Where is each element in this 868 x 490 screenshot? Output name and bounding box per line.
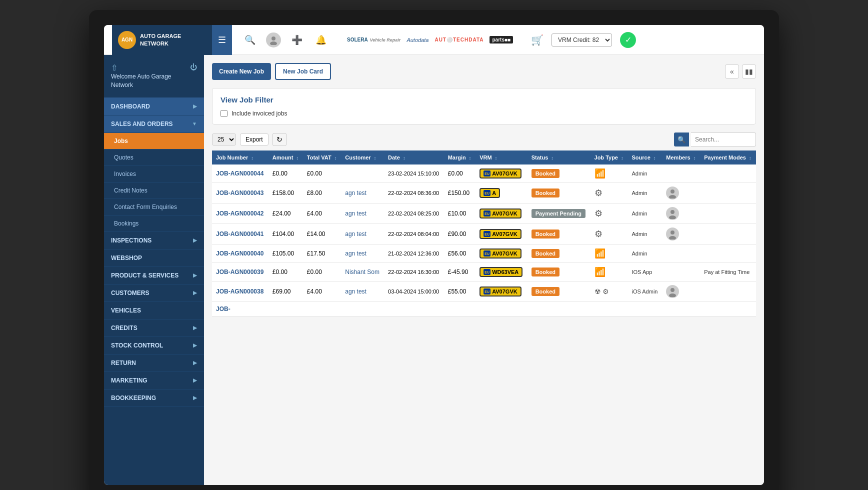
- power-icon[interactable]: ⏻: [190, 63, 197, 71]
- vrm-badge[interactable]: EUAV07GVK: [480, 168, 522, 178]
- cell-customer: [341, 302, 384, 316]
- cell-status: Payment Pending: [528, 204, 590, 224]
- sidebar-item-product-services[interactable]: PRODUCT & SERVICES ▶: [104, 267, 204, 284]
- customer-link[interactable]: agn test: [345, 210, 366, 217]
- vrm-badge[interactable]: EUWD63VEA: [480, 267, 522, 277]
- cell-job-type: ⚙: [590, 183, 628, 204]
- hamburger-menu[interactable]: ☰: [212, 25, 232, 55]
- vrm-badge[interactable]: EUAV07GVK: [480, 229, 522, 239]
- cell-amount: £24.00: [268, 204, 303, 224]
- cell-date: 22-02-2024 08:25:00: [384, 204, 444, 224]
- sidebar-item-credits[interactable]: CREDITS ▶: [104, 320, 204, 337]
- cell-payment-modes: [700, 302, 756, 316]
- cell-margin: £0.00: [444, 164, 476, 183]
- vrm-badge[interactable]: EUAV07GVK: [480, 286, 522, 296]
- job-number-link[interactable]: JOB-AGN000038: [216, 288, 264, 295]
- cell-members: [662, 224, 700, 244]
- search-icon-button[interactable]: 🔍: [242, 32, 258, 48]
- sidebar-item-customers[interactable]: CUSTOMERS ▶: [104, 284, 204, 302]
- chevron-return: ▶: [193, 360, 197, 366]
- up-arrow-icon[interactable]: ⇧: [111, 63, 172, 72]
- cell-status: Booked: [528, 263, 590, 282]
- svg-point-9: [669, 294, 676, 297]
- svg-point-1: [270, 42, 277, 45]
- cell-amount: [268, 302, 303, 316]
- sidebar-item-inspections[interactable]: INSPECTIONS ▶: [104, 232, 204, 250]
- vrm-flag-icon: EU: [484, 231, 490, 237]
- status-badge: Booked: [532, 268, 560, 276]
- vrm-badge[interactable]: EUAV07GVK: [480, 248, 522, 258]
- job-number-link[interactable]: JOB-AGN000043: [216, 190, 264, 196]
- member-avatar: [666, 186, 679, 200]
- cell-payment-modes: [700, 183, 756, 204]
- customer-link[interactable]: agn test: [345, 250, 366, 257]
- sidebar-sub-bookings[interactable]: Bookings: [104, 216, 204, 232]
- svg-point-2: [670, 190, 674, 194]
- job-number-link[interactable]: JOB-: [216, 306, 230, 312]
- job-number-link[interactable]: JOB-AGN000040: [216, 250, 264, 257]
- gear-icon: ⚙: [594, 188, 602, 198]
- sidebar-item-marketing[interactable]: MARKETING ▶: [104, 372, 204, 390]
- table-search-input[interactable]: [691, 132, 756, 146]
- cell-members: [662, 263, 700, 282]
- sidebar-item-return[interactable]: RETURN ▶: [104, 354, 204, 372]
- cell-date: 22-02-2024 08:36:00: [384, 183, 444, 204]
- vrm-badge[interactable]: EUA: [480, 188, 500, 198]
- new-job-card-button[interactable]: New Job Card: [275, 63, 331, 80]
- cell-status: Booked: [528, 183, 590, 204]
- job-number-link[interactable]: JOB-AGN000039: [216, 268, 264, 276]
- customer-link[interactable]: Nishant Som: [345, 268, 380, 276]
- customer-link[interactable]: agn test: [345, 230, 366, 238]
- th-payment-modes: Payment Modes ↕: [700, 150, 756, 164]
- cell-customer: agn test: [341, 224, 384, 244]
- create-new-job-button[interactable]: Create New Job: [212, 63, 271, 80]
- sidebar-sub-invoices[interactable]: Invoices: [104, 166, 204, 182]
- job-number-link[interactable]: JOB-AGN000044: [216, 170, 264, 177]
- toolbar-back-button[interactable]: «: [725, 64, 739, 78]
- table-search-button[interactable]: 🔍: [674, 132, 689, 146]
- sidebar-sub-credit-notes[interactable]: Credit Notes: [104, 182, 204, 199]
- customer-link[interactable]: agn test: [345, 190, 366, 196]
- add-icon-button[interactable]: ➕: [289, 32, 305, 48]
- refresh-button[interactable]: ↻: [272, 133, 286, 146]
- cell-amount: £69.00: [268, 282, 303, 302]
- vrm-credit-select[interactable]: VRM Credit: 82: [552, 34, 612, 46]
- svg-point-0: [272, 36, 276, 40]
- th-margin: Margin ↕: [444, 150, 476, 164]
- whatsapp-button[interactable]: ✓: [620, 32, 636, 48]
- per-page-select[interactable]: 25: [212, 134, 236, 146]
- cell-margin: [444, 302, 476, 316]
- toolbar-chart-button[interactable]: ▮▮: [742, 64, 756, 78]
- export-button[interactable]: Export: [240, 134, 268, 146]
- sidebar-item-vehicles[interactable]: VEHICLES: [104, 302, 204, 320]
- sidebar-sub-contact-form[interactable]: Contact Form Enquiries: [104, 199, 204, 216]
- vrm-badge[interactable]: EUAV07GVK: [480, 208, 522, 218]
- laptop-frame: AGN AUTO GARAGE NETWORK ☰ 🔍 ➕ 🔔 SOLERA V…: [89, 10, 779, 490]
- profile-avatar-nav[interactable]: [266, 32, 281, 48]
- cell-customer: agn test: [341, 282, 384, 302]
- sidebar-item-sales-orders[interactable]: SALES AND ORDERS ▼: [104, 116, 204, 133]
- job-number-link[interactable]: JOB-AGN000041: [216, 230, 264, 238]
- sidebar-item-stock-control[interactable]: STOCK CONTROL ▶: [104, 337, 204, 354]
- customer-link[interactable]: agn test: [345, 288, 366, 295]
- include-invoiced-checkbox[interactable]: [220, 110, 228, 117]
- th-customer: Customer ↕: [341, 150, 384, 164]
- sidebar: ⇧ Welcome Auto GarageNetwork ⏻ DASHBOARD…: [104, 55, 204, 485]
- cell-date: 03-04-2024 15:00:00: [384, 282, 444, 302]
- job-number-link[interactable]: JOB-AGN000042: [216, 210, 264, 217]
- sidebar-item-bookkeeping[interactable]: BOOKKEEPING ▶: [104, 390, 204, 407]
- bell-icon-button[interactable]: 🔔: [313, 32, 329, 48]
- cell-job-number: JOB-AGN000039: [212, 263, 268, 282]
- chevron-marketing: ▶: [193, 378, 197, 383]
- sidebar-sub-jobs[interactable]: Jobs: [104, 133, 204, 150]
- member-avatar: [666, 207, 679, 220]
- cell-job-number: JOB-AGN000041: [212, 224, 268, 244]
- chevron-product: ▶: [193, 272, 197, 278]
- sidebar-item-dashboard[interactable]: DASHBOARD ▶: [104, 98, 204, 116]
- sidebar-item-webshop[interactable]: WEBSHOP: [104, 250, 204, 267]
- cell-job-number: JOB-AGN000042: [212, 204, 268, 224]
- chevron-sales: ▼: [192, 121, 197, 126]
- th-source: Source ↕: [628, 150, 662, 164]
- sidebar-sub-quotes[interactable]: Quotes: [104, 150, 204, 166]
- cell-job-type: [590, 302, 628, 316]
